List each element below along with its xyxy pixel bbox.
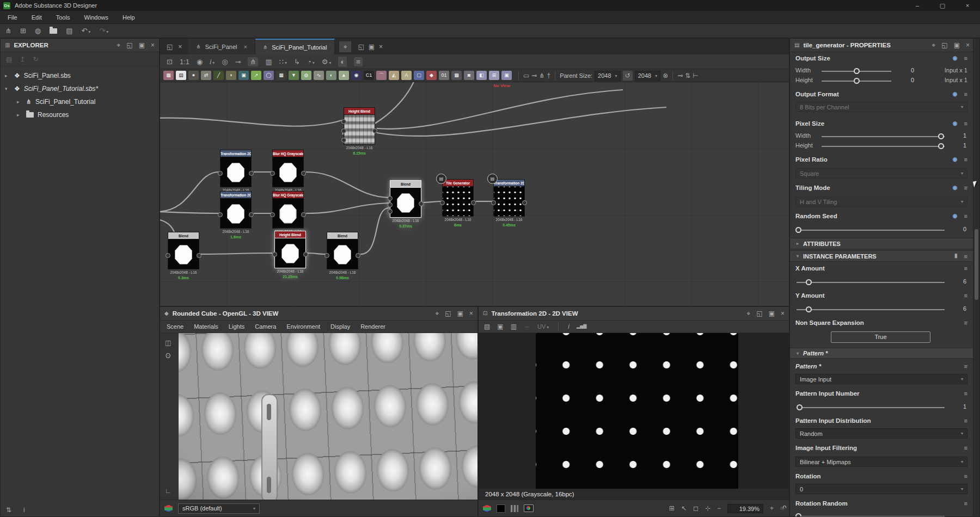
parent-height-select[interactable]: 2048▾ (635, 71, 661, 81)
tree-item-package-modified[interactable]: ▾ ❖ SciFi_Panel_Tutorial.sbs* (5, 82, 98, 95)
expand-panel-icon[interactable]: ▣ (369, 44, 375, 50)
slider-thumb[interactable] (795, 513, 801, 517)
slider-thumb[interactable] (938, 133, 944, 139)
pattern-input-distribution-select[interactable]: Random▾ (795, 428, 967, 439)
close-panel-icon[interactable]: × (781, 310, 785, 317)
align-nodes-icon[interactable]: ⊢ (693, 72, 698, 79)
reset-size-icon[interactable]: ⊗ (663, 72, 668, 79)
node-height-blend-selected[interactable]: Height Blend 2048x2048 - L16 21.25ms (274, 231, 306, 268)
rotation-random-slider[interactable] (795, 511, 967, 517)
chevron-down-icon[interactable]: ▾ (212, 60, 215, 65)
expand-panel-icon[interactable]: ▣ (139, 42, 145, 48)
pin-node-icon[interactable]: † (547, 72, 550, 79)
node-thumbnail[interactable] (493, 186, 525, 217)
node-transformation-2d[interactable]: Transformation 2D 2048x2048 - L16 0.57ms (220, 150, 252, 187)
node-thumbnail[interactable] (274, 238, 306, 268)
float-panel-icon[interactable]: ◱ (358, 44, 364, 50)
axis-gizmo-icon[interactable]: ∟ (165, 488, 171, 494)
directional-warp-node-icon[interactable]: ↗ (251, 71, 261, 80)
height-to-normal-node-icon[interactable]: ▼ (289, 71, 299, 80)
link-nodes-icon[interactable]: ⋔ (5, 27, 11, 34)
fit-frame-icon[interactable]: ◻ (693, 505, 699, 512)
menu-environment[interactable]: Environment (286, 323, 320, 330)
x-amount-slider[interactable]: 6 (795, 277, 967, 287)
slider-thumb[interactable] (806, 279, 812, 285)
close-panel-icon[interactable]: × (151, 42, 155, 48)
output-size-width-slider[interactable]: Width 0 Input x 1 (795, 66, 967, 76)
colorspace-select[interactable]: sRGB (default) ▾ (178, 503, 260, 514)
slider-thumb[interactable] (854, 68, 860, 74)
node-thumbnail[interactable] (168, 239, 199, 269)
parameter-menu-icon[interactable]: ≡ (964, 500, 967, 507)
channels-icon[interactable] (483, 505, 491, 512)
display-filter-icon[interactable] (524, 504, 534, 512)
pin-icon[interactable]: ⌖ (932, 42, 936, 48)
material-select-node-icon[interactable]: ▣ (501, 71, 512, 80)
tile-sampler-node-icon[interactable]: ▦ (276, 71, 286, 80)
open-file-icon[interactable] (50, 28, 57, 34)
plug-node-icon[interactable]: ∿ (314, 71, 324, 80)
node-height-blend[interactable]: Height Blend 2048x2048 - L16 8.15ms (344, 107, 375, 145)
tiling-grid-icon[interactable]: ⊞ (669, 505, 675, 512)
close-tab-icon[interactable]: × (243, 44, 247, 50)
y-amount-slider[interactable]: 6 (795, 304, 967, 314)
node-blur-hq-grayscale[interactable]: Blur HQ Grayscale 2048x2048 - L16 26.28m… (272, 150, 304, 187)
expand-panel-icon[interactable]: ▣ (457, 310, 463, 317)
graph-canvas[interactable]: No View Height Blend 2048x2048 - L16 8.1… (160, 82, 789, 306)
tree-item-graph[interactable]: ▸ ⋔ SciFi_Panel_Tutorial (17, 95, 95, 108)
light-icon[interactable]: ʘ (166, 353, 170, 359)
publish-icon[interactable]: ◍ (35, 27, 41, 34)
chevron-down-icon[interactable]: ▾ (5, 86, 10, 91)
material-transform-node-icon[interactable]: ⊞ (489, 71, 499, 80)
connection-style-icon[interactable]: ↳ (294, 58, 300, 65)
close-panel-icon[interactable]: × (379, 44, 383, 50)
node-thumbnail[interactable] (272, 198, 304, 229)
tools-icon[interactable]: ⚙ (322, 58, 328, 65)
node-thumbnail[interactable] (390, 187, 421, 218)
parameter-menu-icon[interactable]: ≡ (964, 265, 967, 272)
expose-parameter-icon[interactable]: ◉ (953, 213, 958, 219)
search-icon[interactable]: ◎ (222, 58, 228, 65)
gradient-map-node-icon[interactable]: ◗ (226, 71, 236, 80)
tree-item-package[interactable]: ▸ ❖ SciFi_Panel.sbs (5, 69, 71, 82)
new-image-icon[interactable]: ▤ (484, 323, 490, 330)
instance-parameters-section[interactable]: ▾ INSTANCE PARAMETERS ▮ ≡ (790, 250, 973, 262)
expose-parameter-icon[interactable]: ◉ (953, 55, 958, 61)
actual-size-icon[interactable]: 1:1 (180, 58, 189, 65)
menu-display[interactable]: Display (330, 323, 350, 330)
float-panel-icon[interactable]: ◱ (126, 42, 132, 48)
pick-cursor-icon[interactable]: ↖ (681, 505, 687, 512)
menu-renderer[interactable]: Renderer (360, 323, 385, 330)
value-node-icon[interactable]: 01 (439, 71, 449, 80)
node-blur-hq-grayscale[interactable]: Blur HQ Grayscale 2048x2048 - L16 1.91ms (272, 191, 304, 229)
graph-view-icon[interactable]: ⋔ (248, 57, 258, 66)
chevron-right-icon[interactable]: ▸ (5, 73, 10, 78)
normal-sphere-node-icon[interactable]: ◐ (326, 71, 336, 80)
paste-icon[interactable]: ▤ (66, 27, 72, 34)
compact-connections-icon[interactable]: ⊸ (677, 72, 683, 79)
compute-time-icon[interactable]: ◔ (307, 58, 311, 65)
expose-parameter-icon[interactable]: ◉ (953, 91, 958, 97)
channel-shuffle-node-icon[interactable]: ⇄ (201, 71, 211, 80)
histogram-scan-node-icon[interactable]: ▲ (339, 71, 349, 80)
menu-tools[interactable]: Tools (56, 14, 70, 21)
fit-view-icon[interactable]: ⊡ (167, 58, 173, 65)
output-format-select[interactable]: 8 Bits per Channel▾ (795, 102, 967, 112)
slope-blur-node-icon[interactable]: ◭ (389, 71, 399, 80)
slider-thumb[interactable] (806, 306, 812, 312)
parameter-menu-icon[interactable]: ≡ (964, 363, 967, 370)
bitmap-node-icon[interactable]: ▦ (163, 71, 174, 80)
menu-edit[interactable]: Edit (32, 14, 42, 21)
node-transformation-2d[interactable]: Transformation 2D 2048x2048 - L16 0.45ms… (493, 179, 525, 217)
expose-parameter-icon[interactable]: ◉ (953, 184, 958, 191)
hsl-node-icon[interactable]: ◉ (351, 71, 362, 80)
info-icon[interactable]: i (568, 323, 569, 330)
menu-lights[interactable]: Lights (229, 323, 244, 330)
parameter-menu-icon[interactable]: ≡ (964, 120, 967, 127)
comment-icon[interactable]: ▭ (523, 72, 529, 79)
info-icon[interactable]: i (23, 507, 25, 513)
uv-mode-label[interactable]: UV (537, 323, 546, 330)
shape-node-icon[interactable]: ◯ (264, 71, 274, 80)
undo-chevron-icon[interactable]: ▾ (88, 29, 90, 34)
histogram-icon[interactable]: ▂▅▇ (577, 324, 586, 329)
